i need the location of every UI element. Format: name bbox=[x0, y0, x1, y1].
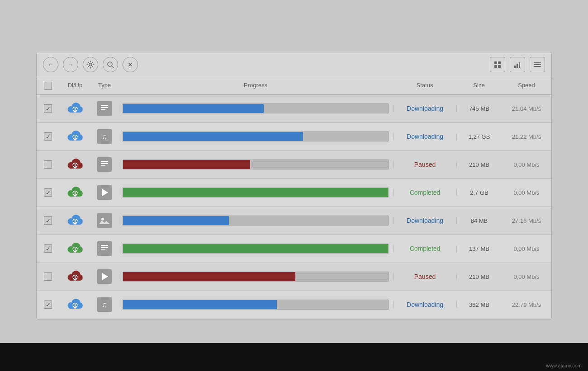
row-checkbox[interactable]: ✓ bbox=[44, 244, 52, 253]
status-cell: Paused bbox=[393, 161, 456, 168]
menu-button[interactable] bbox=[530, 57, 545, 72]
header-progress: Progress bbox=[118, 80, 393, 92]
row-checkbox[interactable]: ✓ bbox=[44, 301, 52, 309]
svg-rect-13 bbox=[97, 101, 112, 116]
row-checkbox[interactable]: ✓ bbox=[44, 216, 52, 225]
table-body: ✓ Downloading 745 MB 21.04 Mb/s ✓ bbox=[37, 95, 551, 319]
svg-rect-22 bbox=[101, 165, 105, 166]
row-checkbox-cell[interactable]: ✓ bbox=[37, 188, 59, 197]
row-checkbox[interactable]: ✓ bbox=[44, 132, 52, 141]
size-cell: 210 MB bbox=[456, 161, 502, 168]
progress-cell bbox=[118, 188, 393, 197]
type-icon-cell bbox=[91, 157, 118, 172]
speed-cell: 0,00 Mb/s bbox=[502, 273, 551, 280]
svg-rect-20 bbox=[101, 161, 108, 162]
row-checkbox-cell[interactable]: ✓ bbox=[37, 301, 59, 309]
row-checkbox-cell[interactable]: ✓ bbox=[37, 216, 59, 225]
toolbar: ← → ✕ bbox=[37, 52, 551, 77]
cloud-icon-cell bbox=[59, 100, 91, 117]
table-row: ✓ Downloading 84 MB 27.16 Mb/s bbox=[37, 207, 551, 235]
progress-bar-fill bbox=[123, 244, 388, 253]
svg-rect-6 bbox=[498, 65, 501, 68]
row-checkbox-cell[interactable]: ✓ bbox=[37, 104, 59, 113]
svg-text:♫: ♫ bbox=[102, 133, 107, 141]
svg-rect-14 bbox=[101, 105, 108, 106]
cloud-icon-cell bbox=[59, 240, 91, 257]
svg-rect-28 bbox=[101, 245, 108, 246]
chart-button[interactable] bbox=[510, 57, 525, 72]
progress-bar-outer bbox=[123, 244, 389, 254]
row-checkbox[interactable]: ✓ bbox=[44, 104, 52, 113]
close-button[interactable]: ✕ bbox=[123, 57, 138, 72]
cloud-icon-cell bbox=[59, 128, 91, 145]
progress-bar-fill bbox=[123, 272, 295, 281]
progress-bar-outer bbox=[123, 272, 389, 282]
svg-rect-4 bbox=[498, 61, 501, 64]
settings-button[interactable] bbox=[83, 57, 98, 72]
speed-cell: 27.16 Mb/s bbox=[502, 217, 551, 224]
speed-cell: 22.79 Mb/s bbox=[502, 301, 551, 308]
status-cell: Completed bbox=[393, 245, 456, 252]
row-checkbox-cell[interactable]: ✓ bbox=[37, 132, 59, 141]
progress-bar-outer bbox=[123, 160, 389, 169]
checkmark: ✓ bbox=[46, 246, 51, 252]
cloud-icon-cell bbox=[59, 296, 91, 313]
progress-bar-fill bbox=[123, 104, 264, 113]
watermark: www.alamy.com bbox=[546, 363, 582, 368]
header-checkbox[interactable] bbox=[37, 80, 59, 92]
grid-view-button[interactable] bbox=[490, 57, 505, 72]
svg-rect-3 bbox=[494, 61, 497, 64]
type-icon-cell bbox=[91, 213, 118, 228]
row-checkbox[interactable] bbox=[44, 160, 52, 169]
progress-bar-outer bbox=[123, 300, 389, 310]
header-type: Type bbox=[91, 80, 118, 92]
progress-bar-fill bbox=[123, 132, 303, 141]
speed-cell: 0,00 Mb/s bbox=[502, 189, 551, 196]
progress-bar-outer bbox=[123, 103, 389, 113]
svg-rect-25 bbox=[97, 213, 112, 228]
size-cell: 745 MB bbox=[456, 105, 502, 112]
size-cell: 1,27 GB bbox=[456, 133, 502, 140]
cloud-icon-cell bbox=[59, 212, 91, 229]
progress-bar-fill bbox=[123, 216, 229, 225]
size-cell: 137 MB bbox=[456, 245, 502, 252]
svg-rect-30 bbox=[101, 249, 105, 250]
status-cell: Downloading bbox=[393, 301, 456, 308]
header-dlup: Dl/Up bbox=[59, 80, 91, 92]
svg-text:♫: ♫ bbox=[102, 301, 107, 309]
row-checkbox-cell[interactable] bbox=[37, 272, 59, 281]
status-cell: Downloading bbox=[393, 105, 456, 112]
checkmark: ✓ bbox=[46, 190, 51, 196]
speed-cell: 0,00 Mb/s bbox=[502, 245, 551, 252]
row-checkbox[interactable] bbox=[44, 272, 52, 281]
status-cell: Downloading bbox=[393, 133, 456, 140]
search-button[interactable] bbox=[103, 57, 118, 72]
progress-bar-outer bbox=[123, 216, 389, 225]
progress-bar-fill bbox=[123, 300, 277, 309]
svg-point-26 bbox=[101, 218, 104, 221]
type-icon-cell: ♫ bbox=[91, 297, 118, 312]
status-cell: Paused bbox=[393, 273, 456, 280]
cloud-icon-cell bbox=[59, 156, 91, 173]
row-checkbox[interactable]: ✓ bbox=[44, 188, 52, 197]
back-button[interactable]: ← bbox=[43, 57, 58, 72]
forward-button[interactable]: → bbox=[63, 57, 78, 72]
progress-bar-fill bbox=[123, 188, 388, 197]
svg-line-2 bbox=[112, 66, 114, 68]
cloud-icon-cell bbox=[59, 268, 91, 285]
table-row: ✓ Downloading 745 MB 21.04 Mb/s bbox=[37, 95, 551, 123]
row-checkbox-cell[interactable] bbox=[37, 160, 59, 169]
type-icon-cell: ♫ bbox=[91, 129, 118, 144]
download-table: Dl/Up Type Progress Status Size Speed ✓ bbox=[37, 77, 551, 319]
cloud-icon-cell bbox=[59, 184, 91, 201]
size-cell: 210 MB bbox=[456, 273, 502, 280]
row-checkbox-cell[interactable]: ✓ bbox=[37, 244, 59, 253]
svg-rect-27 bbox=[97, 241, 112, 256]
progress-cell bbox=[118, 103, 393, 113]
type-icon-cell bbox=[91, 241, 118, 256]
progress-bar-fill bbox=[123, 160, 250, 169]
size-cell: 382 MB bbox=[456, 301, 502, 308]
size-cell: 84 MB bbox=[456, 217, 502, 224]
speed-cell: 21.22 Mb/s bbox=[502, 133, 551, 140]
progress-cell bbox=[118, 300, 393, 310]
